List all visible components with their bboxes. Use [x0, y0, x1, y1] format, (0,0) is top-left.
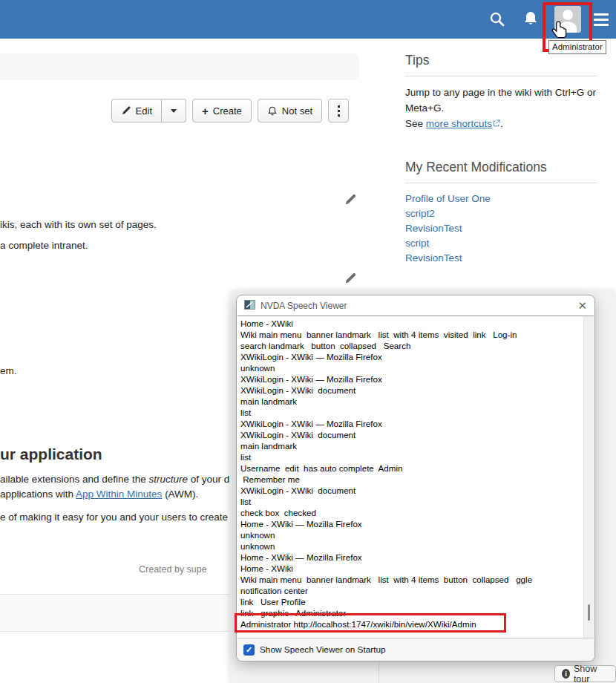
app-within-minutes-link[interactable]: App Within Minutes [76, 488, 162, 500]
edit-button[interactable]: Edit [111, 99, 162, 122]
recent-modifications-panel: My Recent Modifications Profile of User … [405, 160, 597, 266]
nvda-speech-lines: Home - XWikiWiki main menu banner landma… [237, 316, 583, 630]
speech-line: notification center [240, 585, 583, 596]
recent-modification-link[interactable]: RevisionTest [405, 251, 597, 266]
speech-line: unknown [240, 529, 583, 540]
watch-notify-button[interactable]: Not set [258, 99, 322, 122]
nvda-speech-viewer-window: NVDA Speech Viewer ✕ Home - XWikiWiki ma… [236, 295, 595, 661]
extensions-text-post: of your d [188, 474, 229, 485]
speech-line: unknown [240, 540, 583, 552]
content-text-wikis: ikis, each with its own set of pages. [0, 219, 157, 230]
nvda-speech-log[interactable]: Home - XWikiWiki main menu banner landma… [237, 316, 594, 638]
more-actions-button[interactable] [328, 99, 349, 122]
tips-see-text: See [405, 118, 426, 129]
edit-dropdown-button[interactable] [162, 99, 186, 122]
speech-line: list [240, 407, 583, 418]
notifications-bell-icon[interactable] [522, 10, 540, 30]
content-text-intranet: a complete intranet. [0, 240, 88, 251]
nvda-bottom-bar: ✓ Show Speech Viewer on Startup [237, 638, 594, 661]
speech-line: XWikiLogin - XWiki document [240, 485, 583, 496]
speech-line: check box checked [240, 507, 583, 518]
more-shortcuts-link[interactable]: more shortcuts [426, 118, 492, 129]
edit-button-label: Edit [136, 105, 152, 117]
content-text-extensions: ailable extensions and define the struct… [0, 474, 229, 485]
content-text-awm: applications with App Within Minutes (AW… [0, 488, 198, 500]
breadcrumb-bar [0, 53, 359, 80]
speech-line: main landmark [240, 440, 583, 451]
nvda-scrollbar-thumb[interactable] [588, 604, 590, 621]
panel-divider [405, 183, 597, 183]
plus-icon: + [202, 105, 209, 117]
awm-text-post: (AWM). [162, 488, 198, 500]
panel-divider [405, 76, 597, 76]
speech-line: unknown [240, 362, 583, 373]
show-tour-label: Show tour [574, 664, 609, 683]
show-on-startup-label: Show Speech Viewer on Startup [260, 644, 386, 655]
recent-modification-link[interactable]: RevisionTest [405, 221, 597, 236]
extensions-text-italic: structure [148, 474, 188, 485]
created-by-text: Created by supe [139, 564, 207, 575]
edit-split-button: Edit [111, 99, 186, 122]
close-icon[interactable]: ✕ [577, 300, 587, 311]
speech-line: Home - XWiki [240, 318, 583, 329]
bell-outline-icon [267, 105, 278, 117]
show-tour-button[interactable]: i Show tour [554, 665, 616, 682]
speech-line: XWikiLogin - XWiki document [240, 429, 583, 440]
speech-line: list [240, 451, 583, 463]
content-text-easy: e of making it easy for you and your use… [0, 512, 228, 523]
screen: Edit + Create Not set ikis, each with it… [0, 0, 616, 683]
recent-modifications-list: Profile of User Onescript2RevisionTestsc… [405, 192, 597, 266]
tips-period: . [500, 118, 503, 129]
nvda-window-title: NVDA Speech Viewer [261, 301, 347, 311]
speech-line: Wiki main menu banner landmark list with… [240, 574, 583, 585]
hand-cursor-icon [551, 21, 569, 43]
tips-panel: Tips Jump to any page in the wiki with C… [405, 53, 597, 131]
awm-text-pre: applications with [0, 488, 76, 500]
external-link-icon [493, 116, 500, 131]
edit-section-pencil-icon[interactable] [344, 193, 357, 209]
page-action-toolbar: Edit + Create Not set [0, 99, 349, 122]
speech-line: Remember me [240, 474, 583, 485]
chevron-down-icon [171, 109, 177, 113]
nvda-scrollbar[interactable] [583, 316, 594, 638]
speech-line: XWikiLogin - XWiki — Mozilla Firefox [240, 373, 583, 385]
recent-modification-link[interactable]: script [405, 236, 597, 251]
speech-line: XWikiLogin - XWiki — Mozilla Firefox [240, 351, 583, 362]
create-button[interactable]: + Create [192, 99, 252, 122]
application-heading: ur application [0, 445, 102, 463]
speech-line: list [240, 496, 583, 507]
speech-line: search landmark button collapsed Search [240, 340, 583, 351]
speech-line: link User Profile [240, 596, 583, 607]
background-divider-line [379, 662, 379, 683]
recent-modification-link[interactable]: Profile of User One [405, 192, 597, 206]
speech-line: XWikiLogin - XWiki document [240, 385, 583, 396]
speech-line: Home - XWiki [240, 563, 583, 574]
extensions-text-pre: ailable extensions and define the [0, 474, 148, 485]
speech-line: Username edit has auto complete Admin [240, 463, 583, 474]
hamburger-menu-icon[interactable] [594, 13, 609, 26]
annotation-box-speech-line [235, 613, 506, 633]
pencil-icon [121, 105, 131, 116]
nvda-app-icon [244, 299, 255, 313]
tips-panel-title: Tips [405, 53, 597, 68]
info-icon: i [562, 669, 570, 679]
speech-line: XWikiLogin - XWiki — Mozilla Firefox [240, 418, 583, 429]
notify-button-label: Not set [282, 105, 312, 117]
speech-line: Wiki main menu banner landmark list with… [240, 329, 583, 340]
speech-line: Home - XWiki — Mozilla Firefox [240, 518, 583, 529]
recent-modification-link[interactable]: script2 [405, 206, 597, 221]
nvda-titlebar[interactable]: NVDA Speech Viewer ✕ [237, 295, 594, 316]
speech-line: Home - XWiki — Mozilla Firefox [240, 552, 583, 563]
recent-modifications-title: My Recent Modifications [405, 160, 597, 175]
create-button-label: Create [213, 105, 242, 117]
edit-section-pencil-icon[interactable] [344, 272, 357, 288]
top-navigation-bar [0, 0, 616, 39]
show-on-startup-checkbox[interactable]: ✓ [243, 644, 255, 656]
search-icon[interactable] [488, 10, 506, 31]
tips-shortcuts-line: See more shortcuts. [405, 116, 597, 131]
tips-body-text: Jump to any page in the wiki with Ctrl+G… [405, 85, 597, 116]
speech-line: main landmark [240, 396, 583, 407]
content-text-em: em. [0, 365, 17, 376]
